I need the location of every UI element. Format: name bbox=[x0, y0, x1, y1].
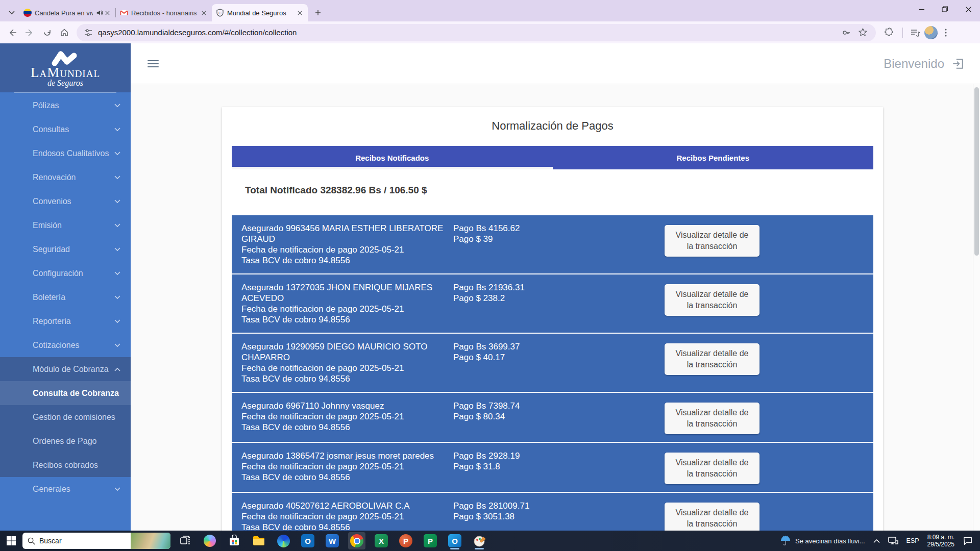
notification-center-icon[interactable] bbox=[963, 536, 973, 546]
outlook-classic-icon[interactable]: O bbox=[446, 532, 463, 549]
logout-icon[interactable] bbox=[951, 57, 965, 70]
browser-toolbar: qasys2000.lamundialdeseguros.com/#/colle… bbox=[0, 21, 980, 43]
receipt-row: Asegurado 9963456 MARIA ESTHER LIBERATOR… bbox=[232, 215, 873, 273]
task-view-icon[interactable] bbox=[177, 532, 194, 549]
receipt-row: Asegurado 13865472 josmar jesus moret pa… bbox=[232, 442, 873, 492]
sidebar-item-consultas[interactable]: Consultas bbox=[0, 117, 131, 141]
start-button[interactable] bbox=[0, 531, 22, 551]
logo-title: LaMundial bbox=[31, 66, 100, 79]
sidebar-item-recibos-cobrados[interactable]: Recibos cobrados bbox=[0, 453, 131, 477]
taskbar-clock[interactable]: 8:09 a. m. 29/5/2025 bbox=[927, 534, 954, 548]
fecha-text: Fecha de notificacion de pago 2025-05-21 bbox=[241, 461, 446, 472]
sidebar-item-emision[interactable]: Emisión bbox=[0, 213, 131, 237]
home-button[interactable] bbox=[56, 24, 72, 41]
hamburger-menu-icon[interactable] bbox=[148, 60, 159, 67]
profile-avatar[interactable] bbox=[924, 26, 938, 39]
publisher-icon[interactable]: P bbox=[422, 532, 439, 549]
file-explorer-icon[interactable] bbox=[250, 532, 267, 549]
tab-recibos-pendientes[interactable]: Recibos Pendientes bbox=[553, 146, 874, 169]
weather-widget[interactable]: Se avecinan días lluvi... bbox=[780, 535, 865, 546]
network-icon[interactable] bbox=[888, 536, 898, 545]
tab-gmail[interactable]: Recibidos - honanairis@gmail.c bbox=[116, 4, 212, 21]
extensions-puzzle-icon[interactable] bbox=[881, 24, 897, 41]
main-column: Bienvenido Normalización de Pagos Recibo… bbox=[131, 43, 980, 531]
back-button[interactable] bbox=[4, 24, 20, 41]
taskbar-tray: Se avecinan días lluvi... ESP 8:09 a. m.… bbox=[780, 534, 980, 548]
tab-close-icon[interactable] bbox=[296, 9, 304, 17]
restore-button[interactable] bbox=[933, 0, 957, 18]
pago-bs-text: Pago Bs 281009.71 bbox=[453, 500, 596, 511]
tab-close-icon[interactable] bbox=[200, 9, 208, 17]
asegurado-text: Asegurado 6967110 Johnny vasquez bbox=[241, 400, 446, 411]
pago-usd-text: Pago $ 31.8 bbox=[453, 461, 596, 472]
sidebar-item-modulo-cobranza[interactable]: Módulo de Cobranza bbox=[0, 357, 131, 381]
tab-audio-icon[interactable] bbox=[96, 9, 103, 16]
visualizar-detalle-button[interactable]: Visualizar detalle de la transacción bbox=[665, 225, 760, 257]
url-text[interactable]: qasys2000.lamundialdeseguros.com/#/colle… bbox=[98, 28, 836, 37]
password-key-icon[interactable] bbox=[840, 27, 852, 39]
paint-icon[interactable] bbox=[471, 532, 488, 549]
address-bar[interactable]: qasys2000.lamundialdeseguros.com/#/colle… bbox=[77, 24, 876, 41]
windows-taskbar: Buscar O W X bbox=[0, 531, 980, 551]
language-indicator[interactable]: ESP bbox=[906, 537, 919, 544]
sidebar-item-reporteria[interactable]: Reporteria bbox=[0, 309, 131, 333]
pago-bs-text: Pago Bs 4156.62 bbox=[453, 223, 596, 234]
forward-button[interactable] bbox=[21, 24, 38, 41]
visualizar-detalle-button[interactable]: Visualizar detalle de la transacción bbox=[665, 403, 760, 434]
edge-icon[interactable] bbox=[275, 532, 292, 549]
chevron-down-icon bbox=[114, 319, 120, 323]
page-scrollbar[interactable] bbox=[973, 84, 980, 531]
sidebar-item-convenios[interactable]: Convenios bbox=[0, 189, 131, 213]
chrome-icon[interactable] bbox=[348, 532, 365, 549]
visualizar-detalle-button[interactable]: Visualizar detalle de la transacción bbox=[665, 343, 760, 375]
sidebar-item-ordenes-pago[interactable]: Ordenes de Pago bbox=[0, 429, 131, 453]
excel-icon[interactable]: X bbox=[373, 532, 390, 549]
chevron-down-icon bbox=[114, 199, 120, 204]
pago-bs-text: Pago Bs 3699.37 bbox=[453, 341, 596, 352]
outlook-new-icon[interactable]: O bbox=[299, 532, 316, 549]
visualizar-detalle-button[interactable]: Visualizar detalle de la transacción bbox=[665, 503, 760, 531]
bing-daily-image[interactable] bbox=[131, 533, 170, 549]
taskbar-apps: O W X P P O bbox=[177, 532, 488, 549]
visualizar-detalle-button[interactable]: Visualizar detalle de la transacción bbox=[665, 453, 760, 484]
pago-usd-text: Pago $ 40.17 bbox=[453, 352, 596, 363]
media-controls-icon[interactable] bbox=[907, 24, 923, 41]
sidebar-item-boleteria[interactable]: Boletería bbox=[0, 285, 131, 309]
fecha-text: Fecha de notificacion de pago 2025-05-21 bbox=[241, 511, 446, 522]
tab-title: Candela Pura en vivo bbox=[35, 9, 93, 17]
tab-recibos-notificados[interactable]: Recibos Notificados bbox=[232, 146, 553, 169]
sidebar-item-endosos[interactable]: Endosos Cualitativos bbox=[0, 141, 131, 165]
chevron-down-icon bbox=[114, 271, 120, 276]
reload-button[interactable] bbox=[39, 24, 55, 41]
close-window-button[interactable] bbox=[957, 0, 980, 18]
word-icon[interactable]: W bbox=[324, 532, 341, 549]
sidebar-item-gestion-comisiones[interactable]: Gestion de comisiones bbox=[0, 405, 131, 429]
new-tab-button[interactable] bbox=[311, 6, 325, 20]
site-settings-tune-icon[interactable] bbox=[84, 28, 93, 37]
tab-strip: Candela Pura en vivo Recibidos - honanai… bbox=[0, 0, 980, 21]
tray-chevron-up-icon[interactable] bbox=[873, 539, 880, 543]
microsoft-store-icon[interactable] bbox=[226, 532, 243, 549]
taskbar-search-input[interactable]: Buscar bbox=[22, 533, 170, 549]
sidebar-item-seguridad[interactable]: Seguridad bbox=[0, 237, 131, 261]
tab-mundial-active[interactable]: C Mundial de Seguros bbox=[212, 4, 308, 21]
sidebar-item-generales[interactable]: Generales bbox=[0, 477, 131, 501]
sidebar-item-configuracion[interactable]: Configuración bbox=[0, 261, 131, 285]
tab-title: Recibidos - honanairis@gmail.c bbox=[131, 9, 197, 17]
copilot-icon[interactable] bbox=[201, 532, 218, 549]
asegurado-text: Asegurado 13727035 JHON ENRIQUE MIJARES … bbox=[241, 282, 446, 304]
browser-menu-kebab-icon[interactable] bbox=[938, 24, 954, 41]
tab-candela[interactable]: Candela Pura en vivo bbox=[19, 4, 115, 21]
scrollbar-thumb[interactable] bbox=[974, 87, 979, 256]
sidebar-item-cotizaciones[interactable]: Cotizaciones bbox=[0, 333, 131, 357]
tab-search-caret-icon[interactable] bbox=[4, 4, 19, 21]
tab-close-icon[interactable] bbox=[103, 9, 111, 17]
minimize-button[interactable] bbox=[910, 0, 933, 18]
visualizar-detalle-button[interactable]: Visualizar detalle de la transacción bbox=[665, 284, 760, 316]
sidebar-item-renovacion[interactable]: Renovación bbox=[0, 165, 131, 189]
sidebar-item-polizas[interactable]: Pólizas bbox=[0, 93, 131, 117]
sidebar-item-consulta-cobranza[interactable]: Consulta de Cobranza bbox=[0, 381, 131, 405]
search-icon bbox=[28, 537, 35, 545]
bookmark-star-icon[interactable] bbox=[856, 27, 869, 39]
powerpoint-icon[interactable]: P bbox=[397, 532, 414, 549]
